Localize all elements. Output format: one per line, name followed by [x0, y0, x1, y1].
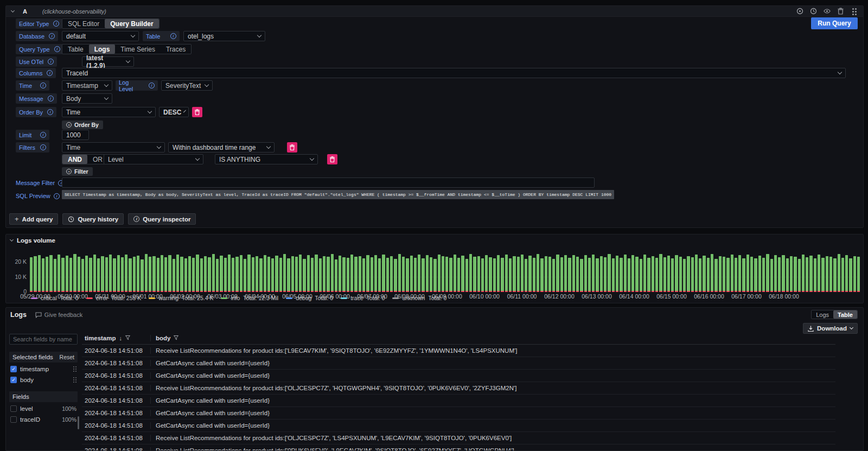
- info-icon[interactable]: [54, 193, 60, 199]
- checkbox-unchecked[interactable]: [10, 416, 17, 423]
- checkbox-checked[interactable]: [10, 377, 17, 383]
- table-row[interactable]: 2024-06-18 14:51:08Receive ListRecommend…: [82, 345, 835, 357]
- run-query-button[interactable]: Run Query: [811, 17, 858, 29]
- message-column-select[interactable]: Body: [62, 93, 112, 104]
- add-order-by-button[interactable]: Order By: [62, 120, 103, 129]
- table-row[interactable]: 2024-06-18 14:51:08GetCartAsync called w…: [82, 407, 835, 420]
- tab-time-series[interactable]: Time Series: [115, 45, 161, 54]
- selected-field-timestamp[interactable]: timestamp: [9, 364, 78, 373]
- info-icon[interactable]: [149, 82, 155, 88]
- available-field-traceID[interactable]: traceID100%: [9, 415, 78, 424]
- tab-traces[interactable]: Traces: [161, 45, 191, 54]
- view-logs-option[interactable]: Logs: [812, 310, 833, 319]
- tab-sql-editor[interactable]: SQL Editor: [62, 19, 105, 28]
- info-icon[interactable]: [48, 96, 54, 101]
- add-query-button[interactable]: Add query: [9, 213, 58, 225]
- error-strip: [319, 291, 322, 292]
- otel-version-select[interactable]: latest (1.2.9): [82, 56, 134, 67]
- reset-fields-button[interactable]: Reset: [60, 354, 74, 360]
- info-icon[interactable]: [47, 109, 53, 115]
- info-icon[interactable]: [47, 70, 53, 76]
- legend-item-critical[interactable]: criticalTotal: 0: [31, 295, 79, 301]
- table-row[interactable]: 2024-06-18 14:51:08GetCartAsync called w…: [82, 370, 835, 382]
- drag-handle-icon[interactable]: [73, 366, 74, 367]
- delete-query-trash-icon[interactable]: [837, 8, 844, 15]
- table-row[interactable]: 2024-06-18 14:51:08Receive ListRecommend…: [82, 432, 835, 444]
- hide-response-eye-icon[interactable]: [824, 8, 831, 15]
- filter1-operator-select[interactable]: Within dashboard time range: [168, 142, 275, 153]
- error-strip: [259, 291, 262, 292]
- body-column-header[interactable]: body: [150, 335, 835, 341]
- table-row[interactable]: 2024-06-18 14:51:08GetCartAsync called w…: [82, 420, 835, 432]
- legend-item-debug[interactable]: debugTotal: 0: [286, 295, 333, 301]
- filter2-operator-select[interactable]: IS ANYTHING: [215, 154, 318, 164]
- query-history-button[interactable]: Query history: [62, 213, 124, 225]
- filter1-field-select[interactable]: Time: [62, 142, 165, 153]
- history-icon[interactable]: [810, 8, 817, 15]
- selected-field-body[interactable]: body: [9, 375, 78, 384]
- time-column-select[interactable]: Timestamp: [62, 80, 112, 91]
- legend-item-unknown[interactable]: unknownTotal: 0: [392, 295, 446, 301]
- error-strip: [505, 291, 508, 292]
- info-icon[interactable]: [49, 33, 55, 39]
- tab-logs[interactable]: Logs: [89, 45, 116, 54]
- table-row[interactable]: 2024-06-18 14:51:08GetCartAsync called w…: [82, 395, 835, 407]
- message-filter-input[interactable]: [62, 177, 595, 188]
- error-strip: [311, 291, 314, 292]
- order-by-direction-select[interactable]: DESC: [159, 107, 189, 117]
- volume-bar: [350, 255, 353, 292]
- info-icon[interactable]: [40, 144, 46, 150]
- add-filter-button[interactable]: Filter: [62, 167, 93, 176]
- sidebar-scrollbar[interactable]: [78, 416, 79, 429]
- filter-funnel-icon[interactable]: [125, 335, 130, 340]
- table-row[interactable]: 2024-06-18 14:51:08GetCartAsync called w…: [82, 357, 835, 370]
- timestamp-column-header[interactable]: timestamp: [82, 335, 150, 341]
- info-icon[interactable]: [40, 132, 46, 138]
- legend-item-warning[interactable]: warningTotal: 25.4 K: [149, 295, 213, 301]
- limit-input[interactable]: [62, 130, 89, 140]
- volume-bar: [256, 256, 258, 292]
- remove-filter2-button[interactable]: [327, 154, 337, 164]
- legend-item-error[interactable]: errorTotal: 255 K: [86, 295, 142, 301]
- database-select[interactable]: default: [62, 31, 139, 41]
- columns-multiselect[interactable]: TraceId: [62, 68, 846, 78]
- drag-handle-icon[interactable]: [73, 377, 74, 378]
- info-icon[interactable]: [40, 82, 46, 88]
- info-icon[interactable]: [54, 46, 60, 52]
- legend-item-info[interactable]: infoTotal: 12.3 Mil: [221, 295, 278, 301]
- info-icon[interactable]: [53, 21, 59, 27]
- order-by-field-select[interactable]: Time: [62, 107, 156, 117]
- checkbox-unchecked[interactable]: [10, 405, 17, 412]
- query-inspector-button[interactable]: Query inspector: [128, 213, 196, 225]
- duplicate-query-icon[interactable]: [796, 8, 803, 15]
- search-fields-input[interactable]: [9, 334, 78, 345]
- error-strip: [533, 291, 535, 292]
- filter-funnel-icon[interactable]: [174, 335, 178, 340]
- give-feedback-link[interactable]: Give feedback: [35, 312, 82, 318]
- view-table-option[interactable]: Table: [833, 310, 857, 319]
- remove-order-by-button[interactable]: [192, 107, 202, 117]
- tab-table[interactable]: Table: [62, 45, 89, 54]
- bool-and-option[interactable]: AND: [62, 155, 87, 164]
- drag-handle-icon[interactable]: [851, 8, 858, 15]
- table-row[interactable]: 2024-06-18 14:51:08Receive ListRecommend…: [82, 444, 835, 450]
- remove-filter1-button[interactable]: [287, 142, 297, 153]
- sort-desc-icon[interactable]: [119, 335, 123, 341]
- sql-preview-code[interactable]: SELECT Timestamp as timestamp, Body as b…: [62, 190, 614, 199]
- table-select[interactable]: otel_logs: [183, 31, 265, 41]
- checkbox-checked[interactable]: [10, 366, 17, 372]
- info-icon[interactable]: [48, 59, 54, 65]
- query-row-header: A (clickhouse-observability): [6, 6, 863, 17]
- collapse-query-icon[interactable]: [11, 8, 15, 12]
- volume-bar: [770, 259, 773, 292]
- log-level-select[interactable]: SeverityText: [161, 80, 213, 91]
- filter2-field-select[interactable]: Level: [104, 154, 203, 164]
- legend-item-trace[interactable]: traceTotal: 0: [341, 295, 385, 301]
- logs-volume-title[interactable]: Logs volume: [10, 237, 55, 244]
- tab-query-builder[interactable]: Query Builder: [105, 19, 158, 28]
- error-strip: [580, 291, 583, 292]
- info-icon[interactable]: [170, 33, 176, 39]
- available-field-level[interactable]: level100%: [9, 404, 78, 413]
- query-editor-panel: A (clickhouse-observability) Run Query E…: [5, 5, 864, 228]
- table-row[interactable]: 2024-06-18 14:51:08Receive ListRecommend…: [82, 382, 835, 395]
